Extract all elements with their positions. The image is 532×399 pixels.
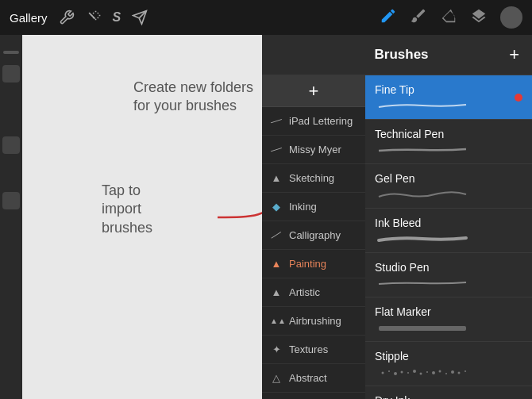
- sidebar-item-sketching[interactable]: ▲ Sketching: [262, 164, 365, 193]
- sidebar-handle[interactable]: [3, 51, 19, 54]
- brush-name-dry-ink: Dry Ink: [375, 394, 522, 400]
- airbrushing-icon: ▲▲: [270, 317, 283, 325]
- sidebar-item-artistic[interactable]: ▲ Artistic: [262, 278, 365, 307]
- sidebar-item-textures[interactable]: ✦ Textures: [262, 336, 365, 364]
- abstract-icon: △: [270, 372, 283, 384]
- brush-stroke-flat-marker: [375, 321, 522, 334]
- svg-point-10: [401, 370, 403, 373]
- brush-stroke-stipple: [375, 366, 522, 378]
- sidebar-btn-3[interactable]: [2, 192, 20, 209]
- brush-item-gel-pen[interactable]: Gel Pen: [365, 164, 532, 209]
- toolbar: Gallery S: [0, 0, 532, 35]
- sidebar-item-painting[interactable]: ▲ Painting: [262, 250, 365, 278]
- brush-info-fine-tip: Fine Tip: [375, 83, 511, 112]
- missy-myer-label: Missy Myer: [289, 144, 341, 155]
- artistic-icon: ▲: [270, 286, 283, 298]
- svg-line-0: [89, 13, 95, 19]
- airbrushing-label: Airbrushing: [289, 315, 341, 327]
- wand-icon[interactable]: [86, 10, 102, 25]
- brush-active-icon[interactable]: [380, 7, 397, 29]
- wrench-icon[interactable]: [59, 10, 75, 25]
- toolbar-left: Gallery S: [10, 10, 148, 25]
- svg-point-16: [439, 370, 441, 372]
- sidebar-btn-2[interactable]: [2, 136, 20, 154]
- brush-list: Fine Tip Technical Pen: [365, 75, 532, 399]
- sidebar-item-abstract[interactable]: △ Abstract: [262, 364, 365, 393]
- toolbar-right: [380, 6, 522, 29]
- calligraphy-icon: ╱: [268, 228, 284, 243]
- sidebar-item-calligraphy[interactable]: ╱ Calligraphy: [262, 221, 365, 250]
- brush-item-studio-pen[interactable]: Studio Pen: [365, 253, 532, 297]
- brush-item-flat-marker[interactable]: Flat Marker: [365, 297, 532, 342]
- brush-name-flat-marker: Flat Marker: [375, 305, 522, 318]
- calligraphy-label: Calligraphy: [289, 229, 341, 241]
- brush-item-dry-ink[interactable]: Dry Ink: [365, 386, 532, 399]
- annotation-import-brushes: Tap to import brushes: [102, 182, 152, 237]
- brush-name-ink-bleed: Ink Bleed: [375, 217, 522, 229]
- ipad-lettering-icon: ╱: [268, 113, 285, 129]
- sidebar-item-airbrushing[interactable]: ▲▲ Airbrushing: [262, 307, 365, 336]
- svg-point-17: [445, 373, 447, 374]
- brushes-panel: Brushes + + ╱ iPad Lettering ╱ Missy Mye…: [262, 35, 532, 399]
- brush-item-fine-tip[interactable]: Fine Tip: [365, 75, 532, 120]
- category-list: + ╱ iPad Lettering ╱ Missy Myer ▲ Sketch…: [262, 75, 365, 399]
- eraser-icon[interactable]: [440, 7, 457, 29]
- annotation-new-folders: Create new folders for your brushes: [133, 79, 253, 116]
- brush-info-stipple: Stipple: [375, 350, 522, 378]
- painting-label: Painting: [289, 258, 326, 270]
- svg-point-9: [394, 372, 397, 375]
- sidebar-btn-1[interactable]: [2, 65, 20, 82]
- sidebar-item-missy-myer[interactable]: ╱ Missy Myer: [262, 136, 365, 164]
- svg-point-14: [426, 371, 428, 373]
- brushes-body: + ╱ iPad Lettering ╱ Missy Myer ▲ Sketch…: [262, 75, 532, 399]
- svg-rect-6: [379, 326, 466, 331]
- textures-label: Textures: [289, 343, 328, 355]
- svg-point-8: [388, 370, 390, 372]
- gallery-button[interactable]: Gallery: [10, 11, 48, 25]
- svg-point-15: [432, 371, 435, 374]
- category-add-icon: +: [309, 81, 319, 102]
- s-icon[interactable]: S: [113, 10, 121, 25]
- left-sidebar: [0, 35, 22, 399]
- missy-myer-icon: ╱: [268, 141, 285, 158]
- category-add-button[interactable]: +: [262, 75, 365, 107]
- sketching-label: Sketching: [289, 172, 334, 184]
- artistic-label: Artistic: [289, 286, 320, 298]
- send-icon[interactable]: [132, 10, 148, 25]
- ipad-lettering-label: iPad Lettering: [289, 115, 353, 127]
- brush-info-flat-marker: Flat Marker: [375, 305, 522, 334]
- brush-name-studio-pen: Studio Pen: [375, 261, 522, 274]
- brushes-title: Brushes: [294, 47, 509, 63]
- brush-stroke-technical-pen: [375, 144, 522, 156]
- brush-item-ink-bleed[interactable]: Ink Bleed: [365, 209, 532, 253]
- brush-name-fine-tip: Fine Tip: [375, 83, 511, 96]
- layers-icon[interactable]: [470, 7, 488, 29]
- brush-item-technical-pen[interactable]: Technical Pen: [365, 120, 532, 164]
- textures-icon: ✦: [270, 343, 283, 355]
- sketching-icon: ▲: [270, 172, 283, 184]
- brushes-add-button[interactable]: +: [509, 44, 519, 65]
- brush-passive-icon[interactable]: [410, 7, 427, 29]
- avatar[interactable]: [500, 6, 522, 29]
- brush-name-stipple: Stipple: [375, 350, 522, 363]
- brush-stroke-ink-bleed: [375, 232, 522, 245]
- brush-info-dry-ink: Dry Ink: [375, 394, 522, 400]
- brush-stroke-fine-tip: [375, 99, 511, 112]
- brush-item-stipple[interactable]: Stipple: [365, 342, 532, 386]
- painting-icon: ▲: [270, 258, 283, 270]
- brush-stroke-studio-pen: [375, 277, 522, 290]
- brush-name-technical-pen: Technical Pen: [375, 128, 522, 140]
- sidebar-item-charcoals[interactable]: ▲ Charcoals: [262, 393, 365, 399]
- sidebar-item-inking[interactable]: ◆ Inking: [262, 193, 365, 221]
- brush-stroke-gel-pen: [375, 188, 522, 201]
- svg-point-20: [465, 370, 466, 372]
- brush-info-gel-pen: Gel Pen: [375, 172, 522, 201]
- svg-point-7: [382, 371, 384, 374]
- brush-info-studio-pen: Studio Pen: [375, 261, 522, 290]
- abstract-label: Abstract: [289, 372, 327, 384]
- svg-point-18: [451, 370, 454, 374]
- svg-point-19: [458, 371, 461, 374]
- svg-point-13: [420, 372, 422, 374]
- sidebar-item-ipad-lettering[interactable]: ╱ iPad Lettering: [262, 107, 365, 136]
- brushes-header: Brushes +: [262, 35, 532, 75]
